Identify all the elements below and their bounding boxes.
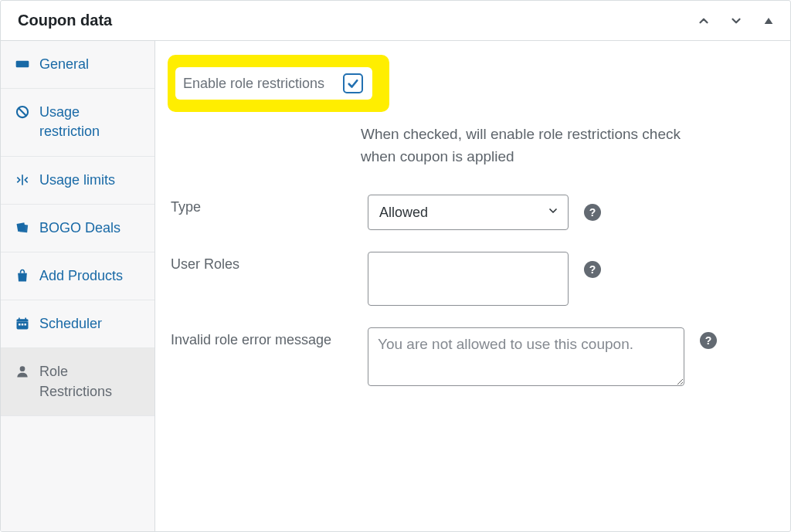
ban-icon <box>15 104 30 120</box>
tab-label: Scheduler <box>39 314 102 334</box>
collapse-horizontal-icon <box>15 172 30 188</box>
type-help-icon[interactable]: ? <box>584 204 601 221</box>
person-icon <box>15 364 30 379</box>
svg-rect-11 <box>22 324 24 326</box>
move-down-button[interactable] <box>728 13 744 29</box>
highlighted-enable-setting: Enable role restrictions <box>168 55 389 112</box>
user-roles-multiselect[interactable] <box>368 252 569 306</box>
tab-bogo-deals[interactable]: BOGO Deals <box>1 205 154 252</box>
enable-role-restrictions-label: Enable role restrictions <box>183 76 324 92</box>
page-title: Coupon data <box>18 12 112 29</box>
settings-tabs-sidebar: General Usage restriction Usage limits B… <box>1 41 155 531</box>
svg-rect-7 <box>17 319 29 321</box>
tab-label: Role Restrictions <box>39 362 141 401</box>
tab-general[interactable]: General <box>1 41 154 89</box>
invalid-role-message-row: Invalid role error message ? <box>171 327 769 389</box>
tab-usage-restriction[interactable]: Usage restriction <box>1 89 154 156</box>
calendar-icon <box>15 316 30 331</box>
books-icon <box>15 220 30 236</box>
collapse-toggle-button[interactable] <box>761 13 776 29</box>
tab-role-restrictions[interactable]: Role Restrictions <box>1 348 154 415</box>
enable-description-row: When checked, will enable role restricti… <box>171 123 769 168</box>
tab-scheduler[interactable]: Scheduler <box>1 300 154 348</box>
tab-label: BOGO Deals <box>39 219 121 238</box>
panel-reorder-controls <box>696 13 776 29</box>
type-row: Type Allowed ? <box>171 195 769 230</box>
svg-rect-1 <box>16 61 29 67</box>
highlight-inner: Enable role restrictions <box>175 67 372 100</box>
move-up-button[interactable] <box>696 13 711 29</box>
tab-label: Usage restriction <box>39 103 141 141</box>
enable-role-restrictions-row: Enable role restrictions <box>171 59 769 112</box>
type-select-wrap: Allowed <box>368 195 569 230</box>
user-roles-row: User Roles ? <box>171 252 769 306</box>
ticket-icon <box>15 56 30 72</box>
invalid-role-message-wrap <box>368 327 684 389</box>
role-restrictions-form: Enable role restrictions When checked, w… <box>155 41 790 531</box>
invalid-role-message-label: Invalid role error message <box>171 327 360 348</box>
tab-add-products[interactable]: Add Products <box>1 252 154 300</box>
type-label: Type <box>171 195 360 215</box>
svg-rect-12 <box>25 324 27 326</box>
svg-point-13 <box>20 367 25 372</box>
shopping-bag-icon <box>15 268 30 283</box>
user-roles-label: User Roles <box>171 252 360 273</box>
enable-role-restrictions-checkbox[interactable] <box>343 73 363 93</box>
invalid-role-message-textarea[interactable] <box>368 327 684 386</box>
tab-label: Usage limits <box>39 171 115 190</box>
panel-body: General Usage restriction Usage limits B… <box>1 41 790 531</box>
panel-header: Coupon data <box>1 1 790 41</box>
svg-marker-0 <box>765 18 773 24</box>
tab-label: General <box>39 55 89 74</box>
tab-label: Add Products <box>39 266 123 286</box>
tab-usage-limits[interactable]: Usage limits <box>1 157 154 205</box>
invalid-role-message-help-icon[interactable]: ? <box>700 332 717 349</box>
enable-role-restrictions-description: When checked, will enable role restricti… <box>361 123 693 168</box>
user-roles-help-icon[interactable]: ? <box>584 261 601 278</box>
type-select[interactable]: Allowed <box>368 195 569 230</box>
svg-line-3 <box>19 108 26 116</box>
svg-rect-10 <box>19 324 21 326</box>
coupon-data-panel: Coupon data General <box>0 0 791 532</box>
